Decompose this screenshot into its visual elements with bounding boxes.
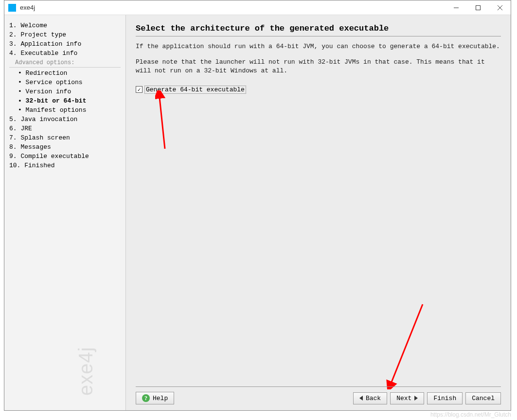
sidebar-watermark: exe4j: [75, 347, 97, 396]
titlebar-left: exe4j: [4, 4, 35, 12]
next-button[interactable]: Next: [390, 392, 424, 404]
sidebar-item-project-type[interactable]: 2. Project type: [9, 30, 121, 39]
triangle-left-icon: [359, 396, 363, 401]
titlebar-buttons: [445, 0, 511, 15]
sidebar-item-finished[interactable]: 10. Finished: [9, 161, 121, 170]
annotation-arrow-2: [384, 302, 428, 389]
window: exe4j 1. Welcome 2. Project type 3. Appl…: [4, 0, 511, 411]
cancel-button[interactable]: Cancel: [465, 392, 501, 404]
app-icon: [8, 4, 16, 12]
nav-buttons: Back Next Finish Cancel: [353, 392, 501, 404]
sidebar-item-executable-info[interactable]: 4. Executable info: [9, 49, 121, 58]
sidebar-item-application-info[interactable]: 3. Application info: [9, 39, 121, 49]
sidebar-item-jre[interactable]: 6. JRE: [9, 124, 121, 133]
checkbox-row: ✓ Generate 64-bit executable: [136, 86, 501, 94]
cancel-button-label: Cancel: [472, 395, 495, 402]
maximize-icon: [476, 5, 481, 10]
sidebar-advanced-header: Advanced options:: [9, 58, 121, 68]
minimize-icon: [454, 5, 459, 10]
close-icon: [498, 5, 502, 10]
sidebar-item-welcome[interactable]: 1. Welcome: [9, 21, 121, 30]
generate-64bit-checkbox[interactable]: ✓: [136, 86, 143, 93]
finish-button[interactable]: Finish: [427, 392, 463, 404]
finish-button-label: Finish: [433, 395, 456, 402]
sidebar-item-compile-executable[interactable]: 9. Compile executable: [9, 152, 121, 161]
button-bar: ? Help Back Next Finish: [136, 386, 501, 404]
help-button[interactable]: ? Help: [136, 392, 174, 404]
next-button-label: Next: [396, 395, 411, 402]
sidebar-item-manifest-options[interactable]: Manifest options: [9, 105, 121, 115]
sidebar: 1. Welcome 2. Project type 3. Applicatio…: [4, 15, 126, 410]
window-title: exe4j: [20, 4, 35, 11]
close-button[interactable]: [489, 0, 511, 15]
sidebar-item-service-options[interactable]: Service options: [9, 78, 121, 87]
sidebar-item-32bit-64bit[interactable]: 32-bit or 64-bit: [9, 96, 121, 105]
page-title: Select the architecture of the generated…: [136, 24, 501, 36]
checkmark-icon: ✓: [138, 87, 141, 93]
main-panel: Select the architecture of the generated…: [126, 15, 511, 410]
svg-rect-1: [476, 5, 480, 10]
help-button-label: Help: [153, 395, 168, 402]
description-paragraph-1: If the application should run with a 64-…: [136, 42, 501, 51]
back-button[interactable]: Back: [353, 392, 387, 404]
annotation-arrow-1: [155, 90, 170, 149]
description-paragraph-2: Please note that the launcher will not r…: [136, 58, 501, 75]
triangle-right-icon: [414, 396, 418, 401]
sidebar-item-splash-screen[interactable]: 7. Splash screen: [9, 133, 121, 142]
help-icon: ?: [142, 394, 150, 402]
generate-64bit-label[interactable]: Generate 64-bit executable: [144, 86, 246, 94]
content-area: 1. Welcome 2. Project type 3. Applicatio…: [4, 15, 511, 410]
minimize-button[interactable]: [445, 0, 467, 15]
svg-line-4: [159, 93, 165, 149]
footer-watermark: https://blog.csdn.net/Mr_Glutch: [430, 411, 511, 418]
sidebar-item-version-info[interactable]: Version info: [9, 87, 121, 96]
sidebar-item-redirection[interactable]: Redirection: [9, 69, 121, 78]
sidebar-item-messages[interactable]: 8. Messages: [9, 142, 121, 152]
svg-line-5: [390, 304, 423, 387]
maximize-button[interactable]: [467, 0, 489, 15]
titlebar: exe4j: [4, 0, 511, 15]
back-button-label: Back: [366, 395, 381, 402]
sidebar-item-java-invocation[interactable]: 5. Java invocation: [9, 115, 121, 124]
